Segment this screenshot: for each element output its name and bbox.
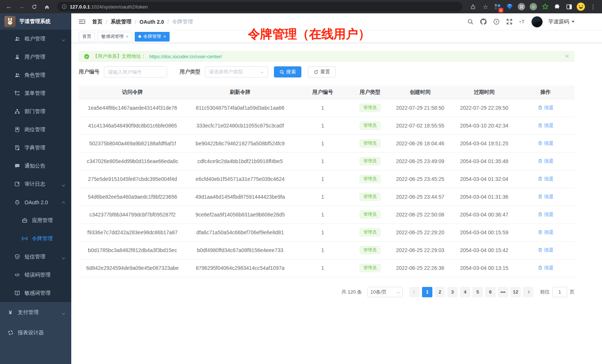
user-menu[interactable]: 芋道源码 [548,19,575,25]
page-button-3[interactable]: 3 [447,287,458,297]
address-bar[interactable]: 127.0.0.1:1024/system/oauth2/token [57,2,462,11]
browser-reload-icon[interactable] [29,1,39,12]
cell-user-id: 1 [294,152,351,170]
user-type-placeholder: 请选择用户类型 [209,69,243,75]
force-logout-link[interactable]: 强退 [538,176,554,182]
page-size-select[interactable]: 10条/页 [367,287,403,297]
sidebar-item-7[interactable]: 通知公告 [0,157,71,175]
token-signal-icon [22,236,27,242]
page-button-1[interactable]: 1 [422,287,432,297]
star-extension-icon[interactable] [540,2,550,11]
sidebar-item-4[interactable]: 部门管理 [0,102,71,120]
sidebar-item-label: 敏感词管理 [24,290,71,297]
cell-action: 强退 [517,135,575,152]
sms-shield-icon [14,254,20,260]
sidebar-item-1[interactable]: 用户管理 [0,48,71,66]
tab-1[interactable]: 敏感词管理× [98,32,132,42]
sidebar-item-14[interactable]: 敏感词管理 [0,284,71,302]
breadcrumb-home[interactable]: 首页 [92,19,102,25]
page-button-6[interactable]: 6 [485,287,495,297]
force-logout-link[interactable]: 强退 [538,265,554,271]
browser-back-icon[interactable]: ← [4,1,14,12]
page-button-4[interactable]: 4 [460,287,470,297]
cell-refresh-token: b0df4980ffd34c67a08f9156e4eee733 [186,241,294,259]
logo-bar[interactable]: 芋道管理系统 [0,13,71,30]
total-count: 共 120 条 [341,289,362,295]
page-button-2[interactable]: 2 [435,287,445,297]
sidebar-item-12[interactable]: 短信管理 [0,248,71,266]
table-row: 275e5de9151045fe87cbdc395e004f4de6cfd40e… [79,170,575,188]
page-button-5[interactable]: 5 [472,287,483,297]
doc-link[interactable]: https://doc.iocoder.cn/user-center/ [149,54,222,59]
sidebar-collapse-icon[interactable] [77,17,87,27]
tab-close-icon[interactable]: × [163,34,166,39]
force-logout-link[interactable]: 强退 [538,158,554,165]
sidebar-item-6[interactable]: 字典管理 [0,139,71,157]
reset-button[interactable]: 重置 [308,66,336,77]
sidebar-item-16[interactable]: 报表设计器 [0,322,71,343]
user-type-select[interactable]: 请选择用户类型 [205,66,268,77]
sidebar-item-9[interactable]: OAuth 2.0 [0,193,71,211]
force-logout-link[interactable]: 强退 [538,229,554,236]
force-logout-link[interactable]: 强退 [538,193,554,200]
sidebar-item-5[interactable]: 岗位管理 [0,120,71,139]
user-avatar[interactable] [531,16,543,27]
force-logout-link[interactable]: 强退 [538,122,554,129]
sidebar-item-label: 审计日志 [24,181,58,188]
breadcrumb-system[interactable]: 系统管理 [111,19,131,25]
sidebar-item-3[interactable]: 菜单管理 [0,84,71,102]
more-pages-button[interactable]: ••• [498,287,508,297]
browser-forward-icon[interactable]: → [16,1,27,12]
svg-text:?: ? [495,20,497,24]
gem-extension-icon[interactable] [505,2,514,11]
svg-text:T: T [521,19,524,24]
force-logout-link[interactable]: 强退 [538,105,554,111]
breadcrumb-oauth[interactable]: OAuth 2.0 [140,19,164,25]
announcement-icon [14,163,20,169]
force-logout-link[interactable]: 强退 [538,211,554,218]
help-icon[interactable]: ? [493,18,500,26]
sidebar-item-8[interactable]: 审计日志 [0,175,71,193]
sidebar-item-11[interactable]: 令牌管理 [0,229,71,248]
cell-user-type: 管理员 [351,99,389,117]
tab-2[interactable]: 令牌管理× [135,32,170,42]
prev-page-button[interactable] [409,287,420,297]
cell-user-type: 管理员 [351,188,389,206]
site-info-icon[interactable] [62,4,67,9]
alert-close-icon[interactable]: ✕ [565,53,569,60]
next-page-button[interactable] [523,287,533,297]
page-button-12[interactable]: 12 [510,287,521,297]
sidebar-item-10[interactable]: 应用管理 [0,211,71,229]
search-button[interactable]: 搜索 [274,66,301,77]
sidebar-item-2[interactable]: 角色管理 [0,66,71,84]
font-size-icon[interactable]: TT [518,18,526,26]
browser-home-icon[interactable] [42,1,52,12]
bookmark-star-icon[interactable]: ☆ [480,1,491,12]
cell-created-time: 2022-06-26 18:04:46 [389,135,452,152]
search-icon[interactable] [467,18,474,26]
user-id-input[interactable] [104,66,167,77]
sidebar-item-15[interactable]: ¥支付管理 [0,302,71,322]
url-host: 127.0.0.1 [70,4,90,10]
force-logout-link[interactable]: 强退 [538,140,554,147]
puzzle-extensions-icon[interactable] [552,2,562,11]
sidebar-item-0[interactable]: 租户管理 [0,30,71,48]
profile-avatar-icon[interactable] [576,2,586,11]
tab-0[interactable]: 首页 [79,32,95,42]
fullscreen-icon[interactable] [506,18,513,26]
table-row: 502375b8040a469a9b82188afdf6af1fbe90422b… [79,135,575,152]
command-extension-icon[interactable] [517,2,526,11]
caret-down-icon [572,21,575,23]
share-icon[interactable] [468,1,478,12]
side-panel-icon[interactable] [564,2,574,11]
browser-menu-icon[interactable]: ⋮ [588,1,598,12]
record-extension-icon[interactable] [529,2,538,11]
sidebar-item-13[interactable]: 错误码管理 [0,266,71,284]
tab-close-icon[interactable]: × [126,34,128,39]
force-logout-link[interactable]: 强退 [538,247,554,254]
cell-refresh-token: 333ecfc71e02480cb11055c875c3ca0f [186,117,294,135]
github-icon[interactable] [480,18,487,26]
goto-page-input[interactable] [552,287,567,297]
extension-badge-icon[interactable]: 9 [493,2,503,11]
pagination: 共 120 条 10条/页 123456•••12 前往 页 [79,287,575,297]
